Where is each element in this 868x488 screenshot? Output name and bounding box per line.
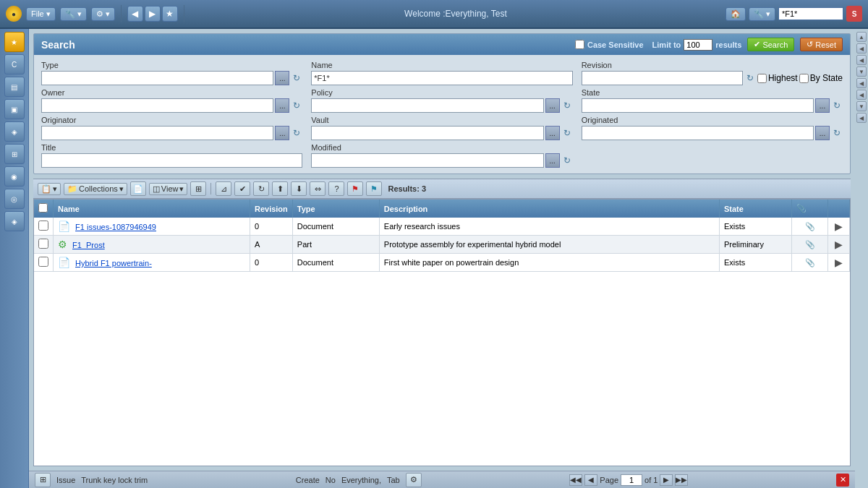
- row-action-btn-2[interactable]: ▶: [835, 257, 843, 268]
- row-checkbox-2[interactable]: [38, 257, 48, 267]
- collections-dropdown[interactable]: 📁 Collections▾: [64, 183, 127, 195]
- limit-input[interactable]: [684, 39, 712, 51]
- row-checkbox-0[interactable]: [38, 221, 48, 231]
- check-btn[interactable]: ✔: [234, 181, 250, 196]
- modified-refresh-icon[interactable]: ↻: [561, 155, 573, 166]
- bottom-btn-1[interactable]: ⚙: [406, 473, 422, 487]
- right-scroll-4[interactable]: ▼: [856, 67, 867, 77]
- vault-browse-btn[interactable]: ...: [545, 126, 560, 140]
- type-browse-btn[interactable]: ...: [275, 71, 289, 85]
- state-browse-btn[interactable]: ...: [815, 98, 830, 113]
- reset-button[interactable]: ↺ Reset: [800, 38, 843, 51]
- right-scroll-6[interactable]: ◀: [856, 90, 867, 100]
- search-form: Type ... ↻ Owner ... ↻: [34, 55, 850, 174]
- forward-button[interactable]: ▶: [145, 6, 161, 22]
- right-scroll-7[interactable]: ▼: [856, 101, 867, 111]
- type-input[interactable]: [41, 71, 273, 85]
- prev-btn[interactable]: ◀: [584, 474, 597, 486]
- copy-btn[interactable]: 📄: [130, 181, 146, 196]
- owner-refresh-icon[interactable]: ↻: [291, 100, 302, 111]
- select-all-checkbox[interactable]: [38, 203, 48, 213]
- by-state-checkbox[interactable]: [799, 74, 809, 83]
- row-name-link-1[interactable]: F1_Prost: [72, 241, 105, 249]
- name-input[interactable]: [311, 71, 572, 85]
- case-sensitive-checkbox[interactable]: [575, 40, 584, 49]
- originated-input[interactable]: [582, 126, 814, 140]
- right-scroll-3[interactable]: ◀: [856, 55, 867, 65]
- right-scroll-2[interactable]: ◀: [856, 43, 867, 53]
- originator-browse-btn[interactable]: ...: [275, 126, 289, 140]
- view-source-dropdown[interactable]: 📋▾: [38, 183, 61, 195]
- page-input[interactable]: [621, 474, 642, 486]
- policy-browse-btn[interactable]: ...: [545, 98, 560, 113]
- sidebar-icon-7[interactable]: ◎: [4, 189, 25, 209]
- sidebar-icon-home[interactable]: C: [4, 54, 25, 74]
- refresh-btn[interactable]: ↻: [253, 181, 269, 196]
- search-input-top[interactable]: [778, 7, 843, 20]
- originator-refresh-icon[interactable]: ↻: [291, 127, 302, 139]
- sidebar-icon-3[interactable]: ▣: [4, 99, 25, 119]
- row-name-link-2[interactable]: Hybrid F1 powertrain-: [75, 259, 152, 267]
- compare-btn[interactable]: ⇔: [310, 181, 326, 196]
- row-name-link-0[interactable]: F1 issues-1087946949: [75, 223, 156, 231]
- flag-green-btn[interactable]: ⚑: [366, 181, 382, 196]
- right-scroll-8[interactable]: ◀: [856, 113, 867, 123]
- sidebar-icon-6[interactable]: ◉: [4, 166, 25, 187]
- owner-input[interactable]: [41, 98, 273, 113]
- home-button[interactable]: 🏠: [726, 7, 746, 21]
- grid-btn[interactable]: ⊞: [190, 181, 206, 196]
- right-scroll-5[interactable]: ◀: [856, 78, 867, 88]
- policy-refresh-icon[interactable]: ↻: [561, 100, 573, 111]
- revision-group: Revision ↻ Highest By State: [582, 61, 843, 85]
- results-label: results: [715, 40, 741, 49]
- filter-btn[interactable]: ⊿: [216, 181, 231, 196]
- state-input[interactable]: [582, 98, 814, 113]
- file-menu[interactable]: File ▾: [26, 7, 56, 21]
- sidebar-icon-2[interactable]: ▤: [4, 77, 25, 97]
- row-action-btn-1[interactable]: ▶: [835, 239, 843, 250]
- owner-browse-btn[interactable]: ...: [275, 98, 289, 113]
- search-button[interactable]: ✔ Search: [747, 38, 794, 51]
- prev-page-btn[interactable]: ◀◀: [569, 474, 582, 486]
- row-attach-cell-1: 📎: [792, 236, 828, 254]
- vault-refresh-icon[interactable]: ↻: [561, 127, 573, 139]
- vault-input[interactable]: [311, 126, 543, 140]
- tools-button-2[interactable]: 🔧 ▾: [749, 7, 775, 21]
- state-refresh-icon[interactable]: ↻: [831, 100, 843, 111]
- title-input[interactable]: [41, 153, 302, 168]
- revision-refresh-icon[interactable]: ↻: [744, 72, 756, 84]
- results-table-container: Name Revision Type Description State 📎 📄…: [33, 199, 851, 466]
- sidebar-icon-5[interactable]: ⊞: [4, 144, 25, 164]
- highest-checkbox[interactable]: [757, 74, 767, 83]
- row-action-btn-0[interactable]: ▶: [835, 221, 843, 232]
- originated-refresh-icon[interactable]: ↻: [831, 127, 843, 139]
- actions-menu[interactable]: ⚙ ▾: [91, 7, 115, 21]
- sidebar-icon-star[interactable]: ★: [4, 32, 25, 52]
- back-button[interactable]: ◀: [127, 6, 143, 22]
- originator-input[interactable]: [41, 126, 273, 140]
- policy-input[interactable]: [311, 98, 543, 113]
- row-action-cell-1: ▶: [828, 236, 850, 254]
- close-button[interactable]: ✕: [836, 474, 849, 487]
- view-dropdown[interactable]: ◫ View▾: [149, 183, 188, 195]
- type-refresh-icon[interactable]: ↻: [291, 72, 302, 84]
- import-btn[interactable]: ⬆: [272, 181, 288, 196]
- row-attach-icon-1: 📎: [805, 240, 815, 249]
- bottom-icon-1[interactable]: ⊞: [35, 473, 51, 487]
- sidebar-icon-8[interactable]: ◈: [4, 211, 25, 231]
- flag-red-btn[interactable]: ⚑: [347, 181, 363, 196]
- modified-input[interactable]: [311, 153, 543, 168]
- originated-browse-btn[interactable]: ...: [815, 126, 830, 140]
- revision-input[interactable]: [582, 71, 743, 85]
- last-page-btn[interactable]: ▶▶: [675, 474, 688, 486]
- row-checkbox-1[interactable]: [38, 239, 48, 249]
- help-btn[interactable]: ?: [328, 181, 344, 196]
- modified-browse-btn[interactable]: ...: [545, 153, 560, 168]
- tools-menu[interactable]: 🔧 ▾: [60, 7, 87, 21]
- next-btn[interactable]: ▶: [660, 474, 673, 486]
- export-btn[interactable]: ⬇: [291, 181, 307, 196]
- sidebar-icon-4[interactable]: ◈: [4, 121, 25, 142]
- view-source-icon: 📋: [41, 184, 51, 194]
- bookmark-button[interactable]: ★: [162, 6, 178, 22]
- right-scroll-1[interactable]: ▲: [856, 32, 867, 42]
